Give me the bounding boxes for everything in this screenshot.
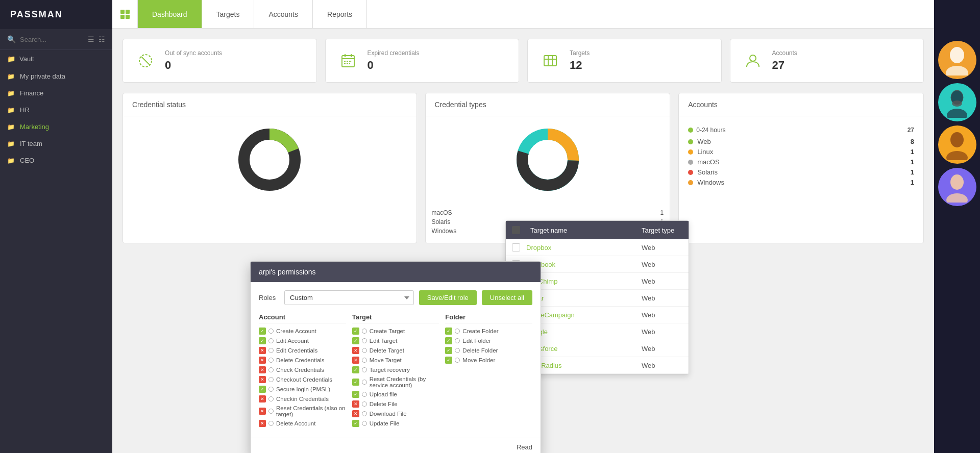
calendar-icon [338, 53, 358, 69]
permissions-modal-title: arpi's permissions [251, 262, 541, 282]
perm-item[interactable]: ✓ Reset Credentials (by service account) [352, 376, 439, 388]
svg-point-30 [950, 174, 964, 190]
main-content: Dashboard Targets Accounts Reports Out o… [112, 0, 934, 453]
perm-item[interactable]: ✕ Reset Credentials (also on target) [259, 405, 346, 417]
sidebar-item-marketing[interactable]: 📁 Marketing [0, 118, 112, 135]
perm-radio [455, 329, 460, 334]
perm-item[interactable]: ✕ Checkout Credentials [259, 376, 346, 383]
sidebar-item-ceo[interactable]: 📁 CEO [0, 152, 112, 169]
target-name-cell[interactable]: Google [526, 328, 635, 336]
avatar-3[interactable] [938, 125, 976, 164]
tab-reports[interactable]: Reports [313, 0, 367, 28]
tab-dashboard[interactable]: Dashboard [138, 0, 202, 28]
macos-label2: macOS [697, 158, 719, 166]
perm-item[interactable]: ✓ Move Folder [445, 357, 532, 364]
perm-radio [362, 367, 367, 372]
perm-label: Delete Folder [462, 347, 498, 354]
sidebar-item-label: CEO [20, 157, 34, 164]
stat-targets-value: 12 [570, 59, 590, 72]
search-icon: 🔍 [7, 35, 16, 43]
target-name-cell[interactable]: Dropbox [526, 244, 635, 251]
legend-linux: Linux 1 [688, 148, 914, 156]
perm-check-icon: ✓ [445, 337, 452, 344]
perm-item[interactable]: ✓ Edit Folder [445, 337, 532, 344]
perm-item[interactable]: ✓ Target recovery [352, 366, 439, 373]
folder-icon: 📁 [7, 107, 15, 114]
stat-accounts-label: Accounts [772, 49, 797, 57]
legend-solaris: Solaris 1 [688, 168, 914, 176]
perm-item[interactable]: ✓ Create Target [352, 328, 439, 335]
svg-rect-12 [544, 56, 556, 66]
svg-point-23 [946, 66, 968, 76]
target-name-cell[interactable]: ActiveCampaign [526, 311, 635, 319]
unselect-all-button[interactable]: Unselect all [482, 290, 532, 305]
tab-targets[interactable]: Targets [202, 0, 255, 28]
row-checkbox[interactable] [512, 243, 520, 251]
perm-item[interactable]: ✓ Secure login (PMSL) [259, 386, 346, 393]
perm-item[interactable]: ✓ Edit Target [352, 337, 439, 344]
cred-type-macos-row: macOS 1 [432, 209, 664, 216]
perm-item[interactable]: ✓ Update File [352, 420, 439, 427]
svg-rect-0 [120, 10, 125, 14]
right-avatar-panel [934, 0, 980, 453]
perm-item[interactable]: ✓ Edit Account [259, 337, 346, 344]
perm-item[interactable]: ✕ Delete Target [352, 347, 439, 354]
target-type-cell: Web [642, 244, 682, 251]
header-checkbox[interactable] [512, 226, 520, 234]
perm-check-icon: ✓ [259, 386, 266, 393]
save-edit-role-button[interactable]: Save/Edit role [419, 290, 477, 305]
perm-item[interactable]: ✓ Create Account [259, 328, 346, 335]
credential-types-chart [426, 116, 670, 203]
stat-accounts: Accounts 27 [730, 39, 924, 83]
perm-check-icon: ✕ [259, 395, 266, 402]
sidebar-vault[interactable]: 📁 Vault [0, 50, 112, 68]
perm-radio [362, 329, 367, 334]
stat-accounts-value: 27 [772, 59, 797, 72]
target-name-cell[interactable]: TrustRadius [526, 362, 635, 369]
perm-radio [455, 338, 460, 343]
list-icon[interactable]: ☰ [88, 35, 94, 43]
target-name-cell[interactable]: Salesforce [526, 345, 635, 353]
target-name-cell[interactable]: MailChimp [526, 278, 635, 285]
svg-rect-3 [126, 15, 130, 19]
perm-check-icon: ✕ [259, 366, 266, 373]
target-name-cell[interactable]: Hotjar [526, 294, 635, 302]
sidebar-item-hr[interactable]: 📁 HR [0, 102, 112, 118]
perm-item[interactable]: ✕ Check Credentials [259, 366, 346, 373]
svg-point-28 [950, 132, 964, 147]
perm-label: Reset Credentials (also on target) [276, 405, 346, 417]
sidebar-item-label: Marketing [20, 123, 49, 131]
grid-icon[interactable]: ☷ [99, 35, 105, 43]
target-type-cell: Web [642, 261, 682, 268]
credential-status-header: Credential status [123, 93, 416, 116]
sidebar-item-it-team[interactable]: 📁 IT team [0, 135, 112, 152]
sidebar-item-my-private-data[interactable]: 📁 My private data [0, 68, 112, 85]
perm-item[interactable]: ✕ Delete Credentials [259, 357, 346, 364]
stat-targets-info: Targets 12 [570, 49, 590, 72]
tab-accounts[interactable]: Accounts [254, 0, 313, 28]
perm-check-icon: ✓ [445, 357, 452, 364]
perm-item[interactable]: ✕ Move Target [352, 357, 439, 364]
perm-radio [362, 338, 367, 343]
search-input[interactable] [20, 36, 84, 43]
tab-dashboard-label: Dashboard [152, 10, 187, 18]
perm-item[interactable]: ✕ Delete Account [259, 420, 346, 427]
table-row[interactable]: Dropbox Web [506, 239, 689, 256]
sidebar-item-finance[interactable]: 📁 Finance [0, 85, 112, 102]
macos-count: 1 [660, 209, 664, 216]
avatar-1[interactable] [938, 41, 976, 79]
roles-select[interactable]: Custom Admin Read-only [284, 290, 414, 305]
perm-item[interactable]: ✕ Edit Credentials [259, 347, 346, 354]
perm-item[interactable]: ✕ Checkin Credentials [259, 395, 346, 402]
perm-item[interactable]: ✓ Create Folder [445, 328, 532, 335]
perm-item[interactable]: ✕ Download File [352, 410, 439, 417]
target-name-cell[interactable]: Facebook [526, 261, 635, 268]
sidebar-item-label: Finance [20, 89, 43, 97]
perm-item[interactable]: ✕ Delete File [352, 400, 439, 408]
perm-radio [268, 338, 274, 343]
perm-item[interactable]: ✓ Delete Folder [445, 347, 532, 354]
perm-item[interactable]: ✓ Upload file [352, 391, 439, 398]
perm-check-icon: ✕ [352, 347, 359, 354]
avatar-4[interactable] [938, 168, 976, 206]
avatar-2[interactable] [938, 83, 976, 121]
